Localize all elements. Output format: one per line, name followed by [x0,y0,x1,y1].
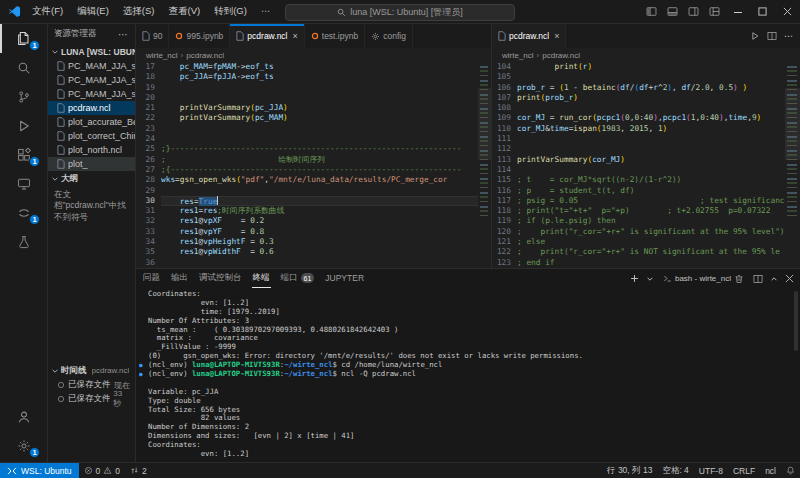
activity-remote-explorer[interactable] [0,169,47,198]
activity-account[interactable] [0,402,47,431]
code-line[interactable]: cor_MJ&time=ispan(1983, 2015, 1) [517,124,785,134]
explorer-item[interactable]: plot_ [48,157,135,171]
editor-right[interactable]: 1041051061071081091101111121131141151161… [492,62,785,268]
explorer-item[interactable]: PC_MAM_JJA_scatter_ [48,73,135,87]
code-line[interactable] [161,83,478,93]
code-line[interactable] [517,103,785,113]
code-line[interactable]: res1@vpWidthF = 0.6 [161,247,478,257]
outline-section-header[interactable]: 大纲 [48,171,135,186]
code-line[interactable]: ; print("r_cor="+r+" is significant at t… [517,227,785,237]
menu-item[interactable]: 查看(V) [161,2,207,21]
code-line[interactable]: res=True [161,196,478,206]
new-terminal-icon[interactable] [630,274,639,283]
activity-source-control[interactable] [0,82,47,111]
explorer-item[interactable]: plot_north.ncl [48,143,135,157]
indentation[interactable]: 空格: 4 [657,463,693,478]
minimize-icon[interactable] [725,0,750,23]
code-line[interactable]: res1@vpXF = 0.2 [161,216,478,226]
activity-jupyter[interactable]: 1 [0,198,47,227]
tab-pcdraw.ncl[interactable]: pcdraw.ncl× [230,24,304,48]
activity-extensions[interactable]: 1 [0,140,47,169]
tab-config[interactable]: config [365,24,413,48]
code-line[interactable]: cor_MJ = run_cor(pcpc1(0,0:40),pcpc1(1,0… [517,113,785,123]
chevron-up-icon[interactable] [770,275,778,283]
close-icon[interactable]: × [554,31,559,41]
code-line[interactable]: ; else [517,237,785,247]
chevron-down-icon[interactable] [646,275,654,283]
close-icon[interactable]: × [293,31,298,41]
minimap-left[interactable] [478,62,491,268]
code-line[interactable]: pc_JJA=fpJJA->eof_ts [161,72,478,82]
breadcrumb-item[interactable]: wirte_ncl [502,51,534,60]
code-line[interactable]: res1@vpHeightF = 0.3 [161,237,478,247]
code-line[interactable] [517,144,785,154]
problems-indicator[interactable]: 0 0 [79,463,125,478]
breadcrumb-item[interactable]: pcdraw.ncl [186,51,224,60]
maximize-icon[interactable] [750,0,775,23]
run-file-icon[interactable] [750,31,760,41]
terminal-content[interactable]: Coordinates: evn: [1..2] time: [1979..20… [139,290,790,460]
code-line[interactable]: res1=res;时间序列系数曲线 [161,206,478,216]
timeline-section-header[interactable]: 时间线 pcdraw.ncl [48,363,135,378]
minimap-slider[interactable] [478,88,491,160]
activity-run-debug[interactable] [0,111,47,140]
code-line[interactable]: ; p = student_t(t, df) [517,186,785,196]
tab-90[interactable]: 90 [136,24,169,48]
code-line[interactable] [161,93,478,103]
timeline-item[interactable]: 已保存文件33秒 [48,392,135,406]
code-line[interactable]: printVarSummary(pc_MAM) [161,113,478,123]
tab-995.ipynb[interactable]: 995.ipynb [169,24,230,48]
menu-item[interactable]: ⋯ [254,2,278,21]
editor-left[interactable]: 1718192021222324252627282930313233343536… [136,62,478,268]
customize-layout-icon[interactable] [704,0,725,23]
panel-tab-调试控制台[interactable]: 调试控制台 [198,269,243,288]
remote-indicator[interactable]: WSL: Ubuntu [0,463,79,478]
terminal-tab[interactable]: bash - wirte_ncl [661,274,746,284]
encoding[interactable]: UTF-8 [694,463,728,478]
code-line[interactable] [517,72,785,82]
command-center[interactable]: luna [WSL: Ubuntu] [管理员] [285,4,515,21]
panel-tab-端口[interactable]: 端口61 [280,269,316,288]
split-terminal-icon[interactable] [753,274,763,284]
minimap-right[interactable] [785,62,800,268]
menu-item[interactable]: 选择(S) [116,2,162,21]
code-line[interactable]: prob_r = (1 - betainc(df/(df+r^2), df/2.… [517,83,785,93]
menu-item[interactable]: 文件(F) [25,2,70,21]
toggle-sidebar-icon[interactable] [641,0,662,23]
code-line[interactable]: printVarSummary(cor_MJ) [517,155,785,165]
panel-tab-终端[interactable]: 终端 [252,269,271,288]
code-line[interactable]: ; psig = 0.05 ; test significance le [517,196,785,206]
panel-tab-JUPYTER[interactable]: JUPYTER [324,269,365,288]
code-line[interactable]: ; t = cor_MJ*sqrt((n-2)/(1-r^2)) [517,175,785,185]
activity-files[interactable]: 1 [0,24,47,53]
menu-item[interactable]: 编辑(E) [70,2,116,21]
workspace-section-header[interactable]: LUNA [WSL: UBUNTU] [48,44,135,59]
code-line[interactable]: pc_MAM=fpMAM->eof_ts [161,62,478,72]
toggle-panel-icon[interactable] [662,0,683,23]
code-line[interactable] [161,258,478,268]
code-line[interactable] [517,134,785,144]
tab-test.ipynb[interactable]: test.ipynb [305,24,365,48]
code-line[interactable] [517,165,785,175]
code-line[interactable]: ; 绘制时间序列 [161,155,478,165]
split-editor-icon[interactable] [767,31,777,41]
code-line[interactable]: print(r) [517,62,785,72]
more-actions-icon[interactable]: ⋯ [784,31,793,41]
code-line[interactable]: ;{--------------------------------------… [161,165,478,175]
activity-search[interactable] [0,53,47,82]
code-line[interactable]: ; print("t="+t+" p="+p) ; t+2.02755 p=0.… [517,206,785,216]
code-line[interactable]: ; print("r_cor="+r+" is NOT significant … [517,247,785,257]
code-line[interactable]: ; if (p.le.psig) then [517,216,785,226]
code-line[interactable]: printVarSummary(pc_JJA) [161,103,478,113]
explorer-item[interactable]: plot_accurate_Beijing [48,115,135,129]
ports-indicator[interactable]: 2 [125,463,152,478]
explorer-item[interactable]: PC_MAM_JJA_scatter_ [48,87,135,101]
panel-tab-问题[interactable]: 问题 [142,269,161,288]
close-icon[interactable] [785,274,794,283]
menu-item[interactable]: 转到(G) [207,2,254,21]
code-line[interactable] [161,186,478,196]
kill-terminal-icon[interactable] [734,274,744,284]
breadcrumb-item[interactable]: pcdraw.ncl [542,51,580,60]
code-line[interactable]: ;}--------------------------------------… [161,144,478,154]
eol[interactable]: CRLF [728,463,760,478]
